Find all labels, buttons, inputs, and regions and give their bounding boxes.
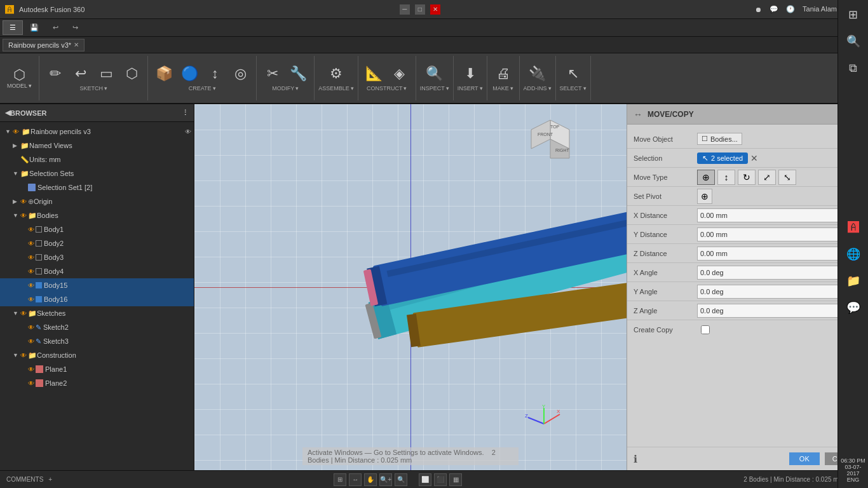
create-btn-3[interactable]: ↕ — [203, 65, 227, 83]
body16-eye-icon[interactable]: 👁 — [28, 296, 34, 303]
move-type-free[interactable]: ⊕ — [697, 170, 715, 185]
make-btn-1[interactable]: 🖨 — [491, 65, 515, 83]
move-type-rotate[interactable]: ↻ — [738, 170, 756, 185]
modify-btn-2[interactable]: 🔧 — [286, 65, 310, 83]
move-type-planar[interactable]: ⤡ — [778, 170, 796, 185]
create-copy-checkbox[interactable] — [701, 325, 710, 334]
inspect-btn-1[interactable]: 🔍 — [423, 65, 447, 83]
origin-arrow[interactable]: ▶ — [13, 198, 20, 205]
close-button[interactable]: ✕ — [430, 4, 440, 15]
body15-eye-icon[interactable]: 👁 — [28, 282, 34, 289]
bodies-eye-icon[interactable]: 👁 — [20, 212, 27, 219]
root-arrow[interactable]: ▼ — [5, 128, 13, 135]
search-btn[interactable]: 🔍 — [841, 29, 866, 53]
tree-root[interactable]: ▼ 👁 📁 Rainbow pencils v3 👁 — [0, 125, 194, 139]
viewport-tool-2[interactable]: ↔ — [349, 473, 362, 486]
tab-file[interactable]: ☰ — [3, 20, 23, 35]
viewport[interactable]: FRONT RIGHT TOP X Z Y Activate Windows —… — [194, 104, 627, 470]
tree-plane1[interactable]: 👁 Plane1 — [0, 362, 194, 376]
sketch3-eye-icon[interactable]: 👁 — [28, 338, 34, 345]
tree-sketches[interactable]: ▼ 👁 📁 Sketches — [0, 306, 194, 320]
origin-eye-icon[interactable]: 👁 — [20, 198, 27, 205]
tab-save[interactable]: 💾 — [23, 20, 46, 35]
tree-body3[interactable]: 👁 Body3 — [0, 250, 194, 264]
move-type-along-axis[interactable]: ↕ — [717, 170, 735, 185]
create-btn-1[interactable]: 📦 — [152, 65, 176, 83]
construct-btn-2[interactable]: ◈ — [388, 65, 412, 83]
doc-tab-rainbow[interactable]: Rainbow pencils v3* ✕ — [3, 39, 85, 51]
comments-expand-icon[interactable]: + — [48, 476, 52, 483]
tree-construction[interactable]: ▼ 👁 📁 Construction — [0, 348, 194, 362]
browser-expand-icon[interactable]: ⋮ — [182, 109, 189, 117]
sketch-btn-1[interactable]: ✏ — [43, 65, 67, 83]
folder-btn[interactable]: 📁 — [841, 269, 866, 293]
browser-collapse-icon[interactable]: ◀ — [5, 109, 10, 117]
tree-body2[interactable]: 👁 Body2 — [0, 236, 194, 250]
plane2-eye-icon[interactable]: 👁 — [28, 380, 34, 387]
body4-eye-icon[interactable]: 👁 — [28, 268, 34, 275]
modify-btn-1[interactable]: ✂ — [261, 65, 285, 83]
record-icon[interactable]: ⏺ — [755, 6, 762, 13]
viewport-tool-3[interactable]: ✋ — [364, 473, 377, 486]
display-mode-2[interactable]: ⬛ — [434, 473, 447, 486]
bodies-button[interactable]: ☐ Bodies... — [697, 133, 742, 145]
viewport-tool-1[interactable]: ⊞ — [334, 473, 346, 486]
tree-plane2[interactable]: 👁 Plane2 — [0, 376, 194, 390]
tree-selection-sets[interactable]: ▼ 📁 Selection Sets — [0, 166, 194, 180]
body2-eye-icon[interactable]: 👁 — [28, 240, 34, 247]
tab-redo[interactable]: ↪ — [65, 20, 85, 35]
sketch-btn-4[interactable]: ⬡ — [119, 65, 144, 83]
create-btn-2[interactable]: 🔵 — [177, 65, 201, 83]
insert-btn-1[interactable]: ⬇ — [458, 65, 482, 83]
named-views-arrow[interactable]: ▶ — [13, 142, 20, 149]
view-cube[interactable]: FRONT RIGHT TOP — [525, 117, 576, 168]
user-name[interactable]: Tania Alam ▾ — [803, 5, 843, 13]
selection-sets-arrow[interactable]: ▼ — [13, 170, 20, 177]
sketch-btn-3[interactable]: ▭ — [94, 65, 118, 83]
sketch-btn-2[interactable]: ↩ — [69, 65, 93, 83]
body1-eye-icon[interactable]: 👁 — [28, 226, 34, 233]
chrome-btn[interactable]: 🌐 — [841, 242, 866, 266]
root-eye-icon[interactable]: 👁 — [13, 128, 19, 135]
tree-sketch3[interactable]: 👁 ✎ Sketch3 — [0, 334, 194, 348]
construction-eye-icon[interactable]: 👁 — [20, 352, 27, 359]
construct-btn-1[interactable]: 📐 — [362, 65, 386, 83]
assemble-btn-1[interactable]: ⚙ — [324, 65, 348, 83]
clear-selection-button[interactable]: ✕ — [750, 153, 758, 163]
tree-body16[interactable]: 👁 Body16 — [0, 292, 194, 306]
tree-body1[interactable]: 👁 Body1 — [0, 222, 194, 236]
tree-named-views[interactable]: ▶ 📁 Named Views — [0, 139, 194, 152]
tree-sketch2[interactable]: 👁 ✎ Sketch2 — [0, 320, 194, 334]
body3-eye-icon[interactable]: 👁 — [28, 254, 34, 261]
plane1-eye-icon[interactable]: 👁 — [28, 366, 34, 373]
comments-label[interactable]: COMMENTS — [6, 476, 43, 483]
windows-start-btn[interactable]: ⊞ — [841, 3, 866, 27]
sketch2-eye-icon[interactable]: 👁 — [28, 324, 34, 331]
ok-button[interactable]: OK — [789, 452, 820, 465]
dialog-info-icon[interactable]: ℹ — [634, 453, 637, 465]
maximize-button[interactable]: □ — [415, 4, 425, 15]
create-btn-4[interactable]: ◎ — [228, 65, 252, 83]
bodies-arrow[interactable]: ▼ — [13, 212, 20, 219]
autodesk-btn[interactable]: 🅰 — [841, 215, 866, 240]
select-btn-1[interactable]: ↖ — [561, 65, 585, 83]
viewport-tool-4[interactable]: 🔍+ — [379, 473, 392, 486]
tree-body15[interactable]: 👁 Body15 — [0, 278, 194, 292]
minimize-button[interactable]: ─ — [400, 4, 410, 15]
display-mode-1[interactable]: ⬜ — [419, 473, 431, 486]
move-type-component[interactable]: ⤢ — [758, 170, 776, 185]
sketches-eye-icon[interactable]: 👁 — [20, 310, 27, 317]
doc-tab-close[interactable]: ✕ — [74, 41, 79, 48]
tree-body4[interactable]: 👁 Body4 — [0, 264, 194, 278]
history-icon[interactable]: 🕐 — [786, 5, 795, 13]
construction-arrow[interactable]: ▼ — [13, 352, 20, 358]
pivot-button[interactable]: ⊕ — [697, 189, 712, 204]
tree-selection-set1[interactable]: Selection Set1 [2] — [0, 180, 194, 194]
tree-bodies[interactable]: ▼ 👁 📁 Bodies — [0, 208, 194, 222]
root-visible-icon[interactable]: 👁 — [185, 128, 191, 135]
chat-icon[interactable]: 💬 — [770, 5, 778, 13]
display-mode-3[interactable]: ▦ — [449, 473, 462, 486]
sketches-arrow[interactable]: ▼ — [13, 310, 20, 316]
tab-undo[interactable]: ↩ — [46, 20, 65, 35]
viewport-tool-5[interactable]: 🔍 — [395, 473, 407, 486]
